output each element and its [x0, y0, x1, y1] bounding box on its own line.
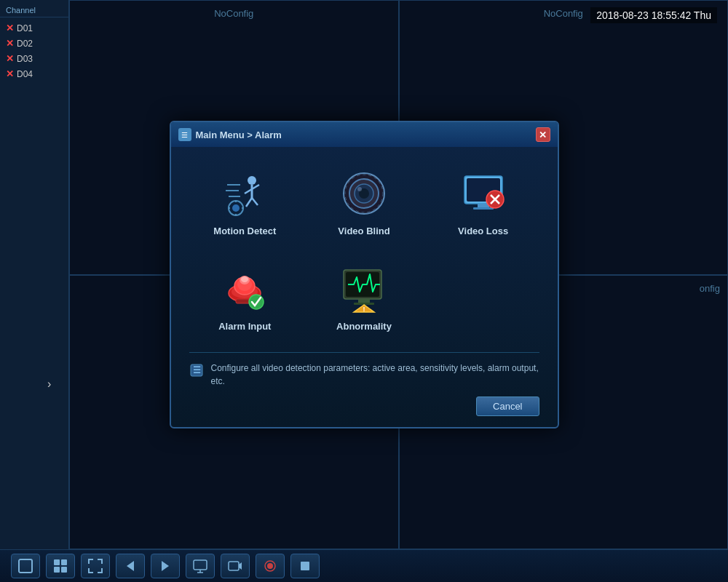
svg-point-33 [241, 276, 248, 282]
video-blind-label: Video Blind [338, 226, 389, 236]
modal-close-button[interactable]: ✕ [536, 127, 550, 142]
taskbar-next-button[interactable] [151, 554, 180, 578]
info-text: Configure all video detection parameters… [211, 362, 539, 388]
abnormality-icon: ! [338, 263, 390, 315]
alarm-modal: ☰ Main Menu > Alarm ✕ [170, 121, 559, 428]
taskbar-quad-view-button[interactable] [46, 554, 75, 578]
icon-grid-row1: Motion Detect [189, 162, 539, 242]
svg-rect-45 [54, 559, 60, 565]
modal-title-text: Main Menu > Alarm [196, 129, 282, 140]
svg-marker-49 [127, 561, 134, 571]
alarm-input-label: Alarm Input [218, 321, 271, 332]
svg-rect-24 [473, 207, 494, 210]
motion-detect-item[interactable]: Motion Detect [189, 162, 301, 242]
button-row: Cancel [189, 396, 539, 416]
svg-point-0 [248, 176, 256, 185]
abnormality-item[interactable]: ! Abnormality [308, 257, 420, 338]
taskbar-fullscreen-button[interactable] [81, 554, 110, 578]
svg-rect-48 [61, 567, 67, 573]
taskbar-stop-button[interactable] [290, 554, 320, 578]
taskbar [0, 549, 728, 582]
modal-body: Motion Detect [171, 147, 558, 427]
video-blind-item[interactable]: Video Blind [308, 162, 420, 242]
video-loss-label: Video Loss [458, 226, 508, 236]
modal-titlebar: ☰ Main Menu > Alarm ✕ [171, 122, 558, 147]
video-loss-item[interactable]: Video Loss [427, 162, 539, 242]
svg-point-19 [357, 187, 362, 191]
modal-menu-icon: ☰ [178, 128, 191, 141]
svg-text:☰: ☰ [192, 365, 200, 375]
info-icon: ☰ [189, 363, 204, 378]
modal-title-left: ☰ Main Menu > Alarm [178, 128, 282, 141]
abnormality-label: Abnormality [336, 321, 392, 332]
alarm-input-item[interactable]: Alarm Input [189, 257, 301, 338]
svg-line-5 [252, 198, 258, 205]
svg-rect-54 [229, 562, 239, 570]
info-section: ☰ Configure all video detection paramete… [189, 352, 539, 388]
svg-rect-58 [301, 562, 309, 570]
alarm-input-icon [218, 263, 271, 315]
video-blind-icon [338, 167, 390, 220]
svg-rect-44 [19, 559, 32, 573]
svg-point-10 [232, 204, 240, 212]
svg-point-57 [267, 563, 273, 569]
svg-rect-51 [194, 560, 207, 570]
empty-cell [427, 257, 539, 338]
motion-detect-label: Motion Detect [213, 226, 276, 236]
svg-rect-46 [61, 559, 67, 565]
svg-rect-47 [54, 567, 60, 573]
video-loss-icon [457, 167, 510, 220]
taskbar-monitor-button[interactable] [186, 554, 215, 578]
motion-detect-icon [218, 167, 271, 220]
icon-grid-row2: Alarm Input [189, 257, 539, 338]
svg-marker-50 [162, 561, 169, 571]
cancel-button[interactable]: Cancel [476, 396, 539, 416]
svg-text:!: ! [363, 306, 365, 313]
modal-overlay: ☰ Main Menu > Alarm ✕ [0, 0, 728, 549]
svg-line-4 [246, 198, 252, 207]
taskbar-camera-button[interactable] [221, 554, 250, 578]
svg-rect-38 [358, 299, 370, 303]
taskbar-prev-button[interactable] [116, 554, 145, 578]
taskbar-single-view-button[interactable] [11, 554, 40, 578]
taskbar-record-button[interactable] [256, 554, 285, 578]
